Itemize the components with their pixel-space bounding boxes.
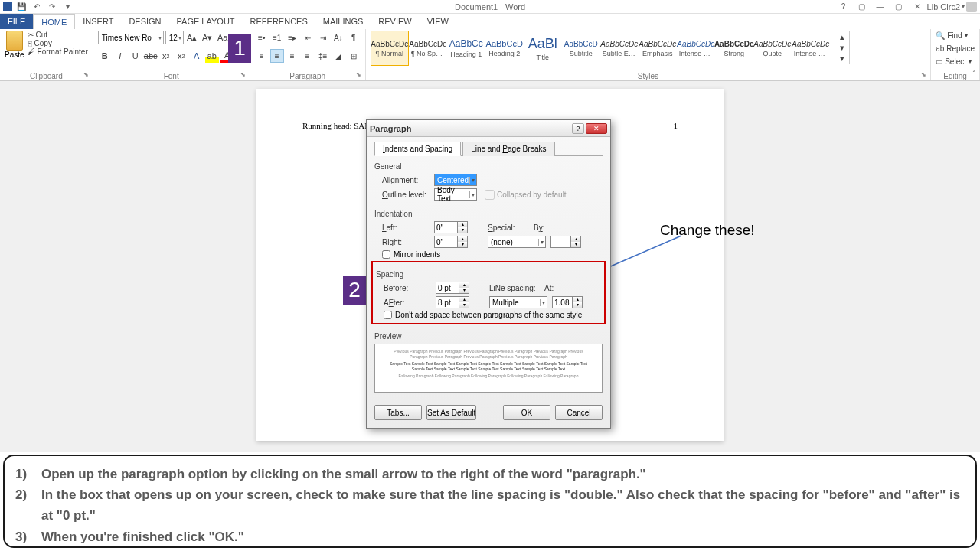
underline-button[interactable]: U xyxy=(129,49,142,63)
after-spinner[interactable]: ▴▾ xyxy=(436,296,469,308)
dialog-close-icon[interactable]: ✕ xyxy=(586,123,607,134)
dialog-help-icon[interactable]: ? xyxy=(572,123,584,134)
at-spinner[interactable]: ▴▾ xyxy=(552,296,583,308)
tab-design[interactable]: DESIGN xyxy=(121,14,168,29)
copy-button[interactable]: ⎘Copy xyxy=(28,39,88,47)
tab-file[interactable]: FILE xyxy=(0,14,33,29)
grow-font-icon[interactable]: A▴ xyxy=(185,31,199,44)
font-launcher-icon[interactable]: ⬊ xyxy=(240,71,248,79)
undo-icon[interactable]: ↶ xyxy=(31,2,43,12)
shading-icon[interactable]: ◢ xyxy=(332,49,345,63)
format-painter-button[interactable]: 🖌Format Painter xyxy=(28,47,88,56)
instructions-box: 1)Open up the paragraph option by clicki… xyxy=(3,455,977,548)
shrink-font-icon[interactable]: A▾ xyxy=(201,31,214,44)
tab-insert[interactable]: INSERT xyxy=(75,14,121,29)
strikethrough-button[interactable]: abc xyxy=(144,49,158,63)
paste-button[interactable]: Paste xyxy=(5,51,24,59)
multilevel-icon[interactable]: ≡▸ xyxy=(286,31,299,44)
user-name[interactable]: Lib Circ2 xyxy=(927,2,960,11)
close-icon[interactable]: ✕ xyxy=(909,2,926,12)
bold-button[interactable]: B xyxy=(98,49,112,63)
alignment-combo[interactable]: Centered xyxy=(434,174,477,186)
align-right-icon[interactable]: ≡ xyxy=(286,49,299,63)
font-size-combo[interactable]: 12 xyxy=(165,31,184,44)
tab-review[interactable]: REVIEW xyxy=(371,14,419,29)
cancel-button[interactable]: Cancel xyxy=(555,405,603,420)
font-name-combo[interactable]: Times New Ro xyxy=(98,31,164,44)
tabs-button[interactable]: Tabs... xyxy=(374,405,422,420)
style-subtle-em---[interactable]: AaBbCcDcSubtle Em... xyxy=(600,31,639,66)
help-icon[interactable]: ? xyxy=(835,2,852,12)
subscript-button[interactable]: x2 xyxy=(159,49,173,63)
mirror-checkbox[interactable] xyxy=(382,250,390,259)
line-spacing-icon[interactable]: ‡≡ xyxy=(316,49,330,63)
style-intense-e---[interactable]: AaBbCcDcIntense E... xyxy=(677,31,715,66)
style-intense-q---[interactable]: AaBbCcDcIntense Q... xyxy=(792,31,830,66)
special-label: Special: xyxy=(488,223,534,232)
italic-button[interactable]: I xyxy=(113,49,127,63)
paragraph-launcher-icon[interactable]: ⬊ xyxy=(356,71,364,79)
tab-home[interactable]: HOME xyxy=(33,14,75,29)
style-heading-2[interactable]: AaBbCcDHeading 2 xyxy=(485,31,524,66)
cut-button[interactable]: ✂Cut xyxy=(28,31,88,39)
select-button[interactable]: ▭Select▾ xyxy=(936,57,972,67)
dialog-titlebar[interactable]: Paragraph ? ✕ xyxy=(367,120,610,137)
align-left-icon[interactable]: ≡ xyxy=(255,49,269,63)
restore-icon[interactable]: ▢ xyxy=(890,2,907,12)
bullets-icon[interactable]: ≡• xyxy=(255,31,269,44)
before-spinner[interactable]: ▴▾ xyxy=(436,282,469,294)
show-marks-icon[interactable]: ¶ xyxy=(347,31,361,44)
ok-button[interactable]: OK xyxy=(503,405,550,420)
preview-box: Previous Paragraph Previous Paragraph Pr… xyxy=(374,344,603,393)
qat-customize-icon[interactable]: ▾ xyxy=(61,2,74,12)
style-emphasis[interactable]: AaBbCcDcEmphasis xyxy=(639,31,677,66)
sort-icon[interactable]: A↓ xyxy=(332,31,345,44)
by-spinner[interactable]: ▴▾ xyxy=(550,236,581,248)
minimize-icon[interactable]: — xyxy=(872,2,889,12)
left-spinner[interactable]: ▴▾ xyxy=(434,221,468,233)
borders-icon[interactable]: ⊞ xyxy=(347,49,361,63)
tab-mailings[interactable]: MAILINGS xyxy=(315,14,371,29)
replace-button[interactable]: abReplace xyxy=(936,44,975,54)
avatar[interactable] xyxy=(966,2,977,12)
tab-references[interactable]: REFERENCES xyxy=(243,14,315,29)
tab-view[interactable]: VIEW xyxy=(420,14,456,29)
style-heading-1[interactable]: AaBbCcHeading 1 xyxy=(447,31,485,66)
tab-line-page-breaks[interactable]: Line and Page Breaks xyxy=(462,142,554,156)
ribbon-display-icon[interactable]: ▢ xyxy=(854,2,871,12)
superscript-button[interactable]: x2 xyxy=(175,49,188,63)
styles-more-icon[interactable]: ▾ xyxy=(835,53,849,64)
style---no-spac---[interactable]: AaBbCcDc¶ No Spac... xyxy=(409,31,447,66)
styles-label: Styles xyxy=(371,71,926,80)
style-strong[interactable]: AaBbCcDcStrong xyxy=(715,31,753,66)
styles-up-icon[interactable]: ▴ xyxy=(835,31,849,42)
decrease-indent-icon[interactable]: ⇤ xyxy=(301,31,315,44)
clipboard-launcher-icon[interactable]: ⬊ xyxy=(83,71,91,79)
save-icon[interactable]: 💾 xyxy=(15,2,28,12)
increase-indent-icon[interactable]: ⇥ xyxy=(316,31,330,44)
highlight-icon[interactable]: ab xyxy=(205,49,219,63)
redo-icon[interactable]: ↷ xyxy=(46,2,58,12)
outline-combo[interactable]: Body Text xyxy=(434,188,477,201)
set-default-button[interactable]: Set As Default xyxy=(426,405,476,420)
paste-icon[interactable] xyxy=(6,31,23,51)
justify-icon[interactable]: ≡ xyxy=(301,49,315,63)
line-spacing-combo[interactable]: Multiple xyxy=(489,296,547,308)
style-subtitle[interactable]: AaBbCcDSubtitle xyxy=(562,31,600,66)
collapse-ribbon-icon[interactable]: ˆ xyxy=(973,70,975,79)
numbering-icon[interactable]: ≡1 xyxy=(270,31,284,44)
align-center-icon[interactable]: ≡ xyxy=(270,49,284,63)
special-combo[interactable]: (none) xyxy=(488,236,546,248)
text-effects-icon[interactable]: A xyxy=(190,49,204,63)
group-clipboard: Paste ✂Cut ⎘Copy 🖌Format Painter Clipboa… xyxy=(0,29,93,80)
tab-page-layout[interactable]: PAGE LAYOUT xyxy=(169,14,243,29)
dont-add-space-checkbox[interactable] xyxy=(384,311,392,319)
style-quote[interactable]: AaBbCcDcQuote xyxy=(753,31,792,66)
style-title[interactable]: AaBlTitle xyxy=(524,31,562,66)
tab-indents-spacing[interactable]: IIndents and Spacingndents and Spacing xyxy=(374,142,461,156)
find-button[interactable]: 🔍Find▾ xyxy=(936,31,967,41)
right-spinner[interactable]: ▴▾ xyxy=(434,236,468,248)
style---normal[interactable]: AaBbCcDc¶ Normal xyxy=(371,31,409,66)
styles-launcher-icon[interactable]: ⬊ xyxy=(921,71,929,79)
styles-down-icon[interactable]: ▾ xyxy=(835,42,849,53)
